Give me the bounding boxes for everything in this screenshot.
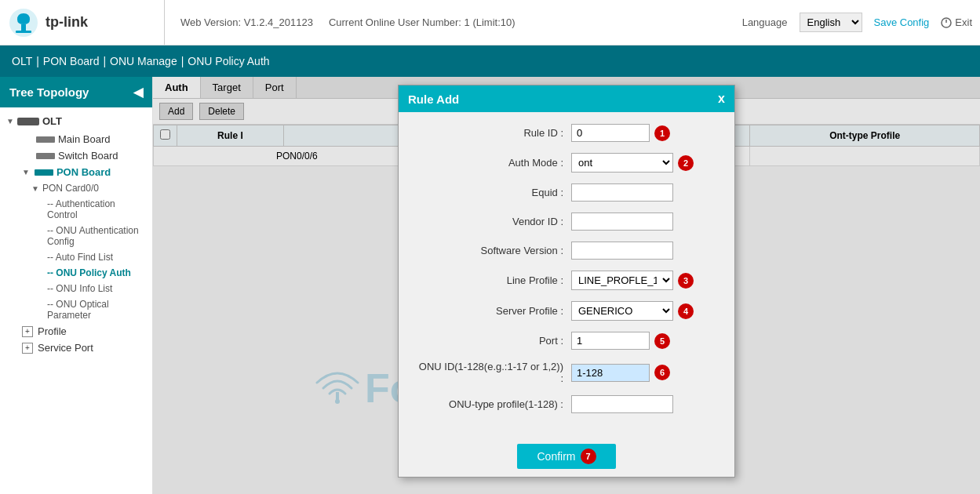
sidebar-item-pon-board[interactable]: ▼ PON Board: [0, 164, 152, 180]
vendor-id-input[interactable]: [571, 212, 673, 231]
port-label: Port :: [414, 335, 571, 347]
online-users-label: Current Online User Number: 1 (Limit:10): [329, 16, 516, 28]
sidebar-title: Tree Topology: [9, 85, 89, 99]
main-board-icon: [36, 136, 55, 143]
onu-type-profile-label: ONU-type profile(1-128) :: [414, 398, 571, 410]
service-port-expand-icon[interactable]: +: [22, 343, 33, 354]
sidebar-item-onu-policy-auth[interactable]: -- ONU Policy Auth: [0, 265, 152, 281]
equid-label: Equid :: [414, 187, 571, 198]
sidebar-item-onu-auth-config[interactable]: -- ONU Authentication Config: [0, 223, 152, 249]
sidebar-item-service-port-label: Service Port: [38, 342, 93, 354]
server-profile-select[interactable]: GENERICO DEFAULT: [571, 301, 673, 321]
step-5-badge: 5: [654, 333, 670, 349]
sidebar-item-onu-optical-label: ONU Optical Parameter: [47, 299, 109, 321]
breadcrumb-pon-board: PON Board: [43, 55, 100, 67]
breadcrumb-onu-policy-auth: ONU Policy Auth: [188, 55, 269, 67]
breadcrumb-onu-manage: ONU Manage: [110, 55, 177, 67]
sidebar-item-auth-control[interactable]: -- Authentication Control: [0, 196, 152, 223]
line-profile-control: LINE_PROFLE_1 LINE_PROFLE_2 3: [571, 271, 719, 290]
auth-mode-control: ont mac password hybrid 2: [571, 153, 719, 173]
vendor-id-control: [571, 212, 719, 231]
port-control: 5: [571, 332, 719, 350]
step-1-badge: 1: [654, 125, 670, 141]
equid-input[interactable]: [571, 183, 673, 202]
software-version-label: Software Version :: [414, 245, 571, 256]
sidebar-item-service-port[interactable]: + Service Port: [0, 340, 152, 356]
header-right: Language English Chinese Save Config Exi…: [742, 13, 972, 32]
auth-mode-select[interactable]: ont mac password hybrid: [571, 153, 673, 173]
rule-id-row: Rule ID : 1: [414, 124, 719, 142]
modal-title: Rule Add: [408, 93, 459, 106]
onu-id-input[interactable]: [571, 364, 650, 382]
sidebar-item-auth-control-label: Authentication Control: [47, 198, 115, 220]
modal-close-button[interactable]: x: [718, 92, 725, 106]
sidebar-item-onu-info[interactable]: -- ONU Info List: [0, 281, 152, 296]
onu-id-control: 6: [571, 364, 719, 382]
exit-button[interactable]: Exit: [941, 16, 972, 28]
breadcrumb-olt: OLT: [12, 55, 32, 67]
breadcrumb-bar: OLT | PON Board | ONU Manage | ONU Polic…: [0, 45, 980, 77]
line-profile-row: Line Profile : LINE_PROFLE_1 LINE_PROFLE…: [414, 271, 719, 290]
sidebar-item-auto-find[interactable]: -- Auto Find List: [0, 249, 152, 265]
header: tp-link Web Version: V1.2.4_201123 Curre…: [0, 0, 980, 45]
sidebar-toggle-button[interactable]: ◀: [133, 85, 143, 100]
save-config-button[interactable]: Save Config: [874, 16, 930, 28]
port-input[interactable]: [571, 332, 650, 350]
onu-id-label: ONU ID(1-128(e.g.:1-17 or 1,2)) :: [414, 361, 571, 384]
port-row: Port : 5: [414, 332, 719, 350]
sidebar-item-profile-label: Profile: [38, 325, 67, 337]
sidebar-item-pon-card[interactable]: ▼ PON Card0/0: [0, 180, 152, 196]
onu-type-profile-input[interactable]: [571, 395, 673, 413]
tree-root-olt: ▼ OLT: [0, 111, 152, 131]
sidebar-item-onu-optical[interactable]: -- ONU Optical Parameter: [0, 296, 152, 323]
onu-type-profile-row: ONU-type profile(1-128) :: [414, 395, 719, 413]
rule-id-label: Rule ID :: [414, 127, 571, 139]
software-version-row: Software Version :: [414, 242, 719, 260]
pon-board-icon: [35, 169, 53, 176]
language-label: Language: [742, 16, 788, 28]
modal-footer: Confirm 7: [399, 436, 734, 477]
line-profile-select[interactable]: LINE_PROFLE_1 LINE_PROFLE_2: [571, 271, 673, 290]
software-version-control: [571, 242, 719, 260]
modal-overlay: Rule Add x Rule ID : 1 Auth: [153, 77, 980, 494]
sidebar-tree: ▼ OLT Main Board Switch Board ▼ PON Boar…: [0, 107, 152, 360]
sidebar-item-profile[interactable]: + Profile: [0, 323, 152, 340]
modal-body: Rule ID : 1 Auth Mode : ont mac: [399, 112, 734, 436]
server-profile-label: Server Profile :: [414, 305, 571, 317]
switch-board-icon: [36, 153, 55, 159]
vendor-id-row: Vendor ID :: [414, 212, 719, 231]
confirm-label: Confirm: [537, 450, 575, 463]
confirm-button[interactable]: Confirm 7: [517, 444, 615, 469]
server-profile-row: Server Profile : GENERICO DEFAULT 4: [414, 301, 719, 321]
step-3-badge: 3: [678, 273, 694, 289]
tree-root-olt-label: OLT: [42, 115, 62, 127]
sidebar-item-switch-board[interactable]: Switch Board: [0, 147, 152, 164]
pon-board-expand-icon: ▼: [22, 168, 30, 176]
dash-icon: --: [47, 198, 56, 209]
sidebar-item-main-board[interactable]: Main Board: [0, 131, 152, 147]
equid-control: [571, 183, 719, 202]
profile-expand-icon[interactable]: +: [22, 326, 33, 337]
sidebar-item-pon-card-label: PON Card0/0: [42, 183, 99, 194]
step-7-badge: 7: [581, 449, 596, 464]
sidebar-item-onu-info-label: ONU Info List: [56, 283, 112, 294]
sidebar-item-auto-find-label: Auto Find List: [56, 252, 113, 263]
equid-row: Equid :: [414, 183, 719, 202]
rule-add-modal: Rule Add x Rule ID : 1 Auth: [398, 85, 735, 478]
rule-id-input[interactable]: [571, 124, 650, 142]
sidebar-item-pon-board-label: PON Board: [56, 166, 111, 178]
onu-id-row: ONU ID(1-128(e.g.:1-17 or 1,2)) : 6: [414, 361, 719, 384]
language-select[interactable]: English Chinese: [800, 13, 862, 32]
logo-text: tp-link: [46, 14, 88, 31]
step-4-badge: 4: [678, 303, 694, 319]
version-label: Web Version: V1.2.4_201123: [180, 16, 313, 28]
sidebar: Tree Topology ◀ ▼ OLT Main Board Switch …: [0, 77, 153, 494]
tplink-logo-icon: [8, 7, 39, 38]
onu-type-profile-control: [571, 395, 719, 413]
content-area: Auth Target Port Add Delete Rule I: [153, 77, 980, 494]
software-version-input[interactable]: [571, 242, 673, 260]
main-layout: Tree Topology ◀ ▼ OLT Main Board Switch …: [0, 77, 980, 494]
vendor-id-label: Vendor ID :: [414, 216, 571, 227]
step-6-badge: 6: [654, 365, 670, 380]
auth-mode-label: Auth Mode :: [414, 157, 571, 169]
